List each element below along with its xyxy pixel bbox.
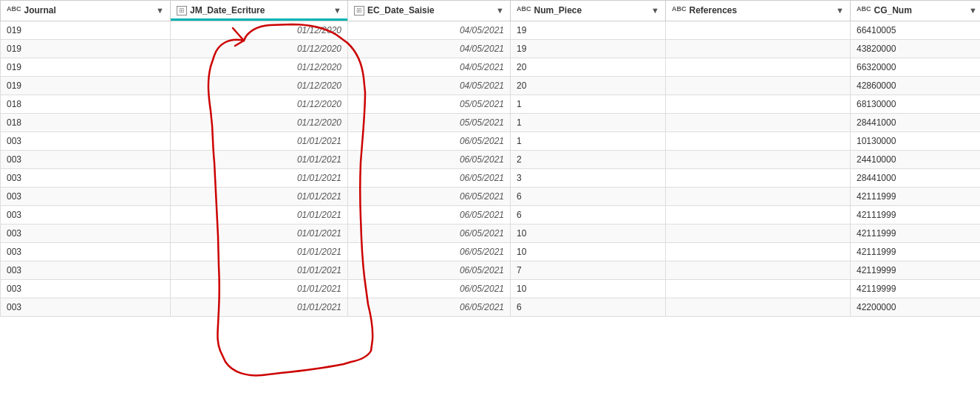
cell-cg_num-3: 42860000 [851, 76, 981, 95]
cell-references-7 [666, 150, 851, 168]
cell-ec_date-5: 05/05/2021 [348, 113, 511, 131]
cell-references-14 [666, 279, 851, 298]
cell-ec_date-13: 06/05/2021 [348, 261, 511, 279]
type-icon-num_piece: ABC [517, 5, 531, 16]
cell-num_piece-8: 3 [511, 168, 666, 187]
cell-cg_num-12: 42111999 [851, 242, 981, 261]
cell-cg_num-5: 28441000 [851, 113, 981, 131]
table-row: 01901/12/202004/05/20211966410005 [1, 21, 981, 39]
cell-ec_date-14: 06/05/2021 [348, 279, 511, 298]
table-row: 01901/12/202004/05/20212066320000 [1, 58, 981, 76]
cell-journal-3: 019 [1, 76, 171, 95]
cell-references-9 [666, 187, 851, 205]
table-row: 00301/01/202106/05/2021642111999 [1, 187, 981, 205]
cell-jm_date-1: 01/12/2020 [171, 39, 348, 58]
cell-jm_date-12: 01/01/2021 [171, 242, 348, 261]
cell-jm_date-11: 01/01/2021 [171, 224, 348, 242]
cell-ec_date-0: 04/05/2021 [348, 21, 511, 39]
cell-journal-4: 018 [1, 95, 171, 113]
header-cg_num[interactable]: ABCCG_Num▼ [851, 1, 981, 21]
table-row: 00301/01/202106/05/2021642200000 [1, 298, 981, 316]
filter-icon-num_piece[interactable]: ▼ [651, 6, 659, 15]
cell-references-4 [666, 95, 851, 113]
col-name-num_piece: Num_Piece [534, 5, 649, 16]
cell-num_piece-10: 6 [511, 205, 666, 224]
cell-num_piece-12: 10 [511, 242, 666, 261]
cell-cg_num-15: 42200000 [851, 298, 981, 316]
cell-jm_date-7: 01/01/2021 [171, 150, 348, 168]
table-row: 00301/01/202106/05/20211042111999 [1, 224, 981, 242]
filter-icon-references[interactable]: ▼ [836, 6, 844, 15]
cell-references-13 [666, 261, 851, 279]
header-journal[interactable]: ABCJournal▼ [1, 1, 171, 21]
data-table: ABCJournal▼⊞JM_Date_Ecriture▼⊞EC_Date_Sa… [0, 0, 980, 317]
cell-journal-15: 003 [1, 298, 171, 316]
type-icon-ec_date: ⊞ [354, 5, 364, 16]
cell-jm_date-4: 01/12/2020 [171, 95, 348, 113]
header-ec_date[interactable]: ⊞EC_Date_Saisie▼ [348, 1, 511, 21]
cell-ec_date-4: 05/05/2021 [348, 95, 511, 113]
cell-num_piece-2: 20 [511, 58, 666, 76]
cell-references-11 [666, 224, 851, 242]
cell-cg_num-4: 68130000 [851, 95, 981, 113]
table-row: 01801/12/202005/05/2021168130000 [1, 95, 981, 113]
header-jm_date[interactable]: ⊞JM_Date_Ecriture▼ [171, 1, 348, 21]
cell-num_piece-14: 10 [511, 279, 666, 298]
filter-icon-ec_date[interactable]: ▼ [496, 6, 504, 15]
header-num_piece[interactable]: ABCNum_Piece▼ [511, 1, 666, 21]
cell-references-6 [666, 131, 851, 150]
cell-num_piece-11: 10 [511, 224, 666, 242]
table-row: 01901/12/202004/05/20211943820000 [1, 39, 981, 58]
cell-references-1 [666, 39, 851, 58]
cell-ec_date-12: 06/05/2021 [348, 242, 511, 261]
table-row: 00301/01/202106/05/20211042111999 [1, 242, 981, 261]
cell-journal-11: 003 [1, 224, 171, 242]
cell-references-2 [666, 58, 851, 76]
cell-num_piece-7: 2 [511, 150, 666, 168]
cell-journal-5: 018 [1, 113, 171, 131]
cell-jm_date-3: 01/12/2020 [171, 76, 348, 95]
cell-journal-12: 003 [1, 242, 171, 261]
table-row: 00301/01/202106/05/2021328441000 [1, 168, 981, 187]
header-references[interactable]: ABCReferences▼ [666, 1, 851, 21]
type-icon-cg_num: ABC [857, 5, 871, 16]
cell-ec_date-11: 06/05/2021 [348, 224, 511, 242]
cell-journal-14: 003 [1, 279, 171, 298]
filter-icon-cg_num[interactable]: ▼ [969, 6, 977, 15]
cell-jm_date-10: 01/01/2021 [171, 205, 348, 224]
cell-jm_date-2: 01/12/2020 [171, 58, 348, 76]
cell-cg_num-11: 42111999 [851, 224, 981, 242]
cell-journal-7: 003 [1, 150, 171, 168]
filter-icon-journal[interactable]: ▼ [156, 6, 164, 15]
cell-jm_date-6: 01/01/2021 [171, 131, 348, 150]
cell-references-0 [666, 21, 851, 39]
cell-num_piece-3: 20 [511, 76, 666, 95]
cell-jm_date-8: 01/01/2021 [171, 168, 348, 187]
cell-ec_date-8: 06/05/2021 [348, 168, 511, 187]
cell-num_piece-6: 1 [511, 131, 666, 150]
cell-cg_num-1: 43820000 [851, 39, 981, 58]
cell-journal-10: 003 [1, 205, 171, 224]
cell-references-8 [666, 168, 851, 187]
cell-cg_num-2: 66320000 [851, 58, 981, 76]
cell-ec_date-2: 04/05/2021 [348, 58, 511, 76]
cell-journal-8: 003 [1, 168, 171, 187]
col-name-jm_date: JM_Date_Ecriture [190, 5, 330, 16]
cell-journal-9: 003 [1, 187, 171, 205]
cell-jm_date-15: 01/01/2021 [171, 298, 348, 316]
cell-cg_num-10: 42111999 [851, 205, 981, 224]
cell-ec_date-3: 04/05/2021 [348, 76, 511, 95]
table-row: 00301/01/202106/05/2021742119999 [1, 261, 981, 279]
cell-journal-1: 019 [1, 39, 171, 58]
cell-journal-0: 019 [1, 21, 171, 39]
cell-ec_date-6: 06/05/2021 [348, 131, 511, 150]
col-name-journal: Journal [24, 5, 154, 16]
filter-icon-jm_date[interactable]: ▼ [333, 6, 341, 15]
cell-journal-2: 019 [1, 58, 171, 76]
cell-cg_num-8: 28441000 [851, 168, 981, 187]
cell-references-12 [666, 242, 851, 261]
cell-cg_num-6: 10130000 [851, 131, 981, 150]
cell-cg_num-9: 42111999 [851, 187, 981, 205]
cell-cg_num-13: 42119999 [851, 261, 981, 279]
type-icon-jm_date: ⊞ [177, 5, 187, 16]
